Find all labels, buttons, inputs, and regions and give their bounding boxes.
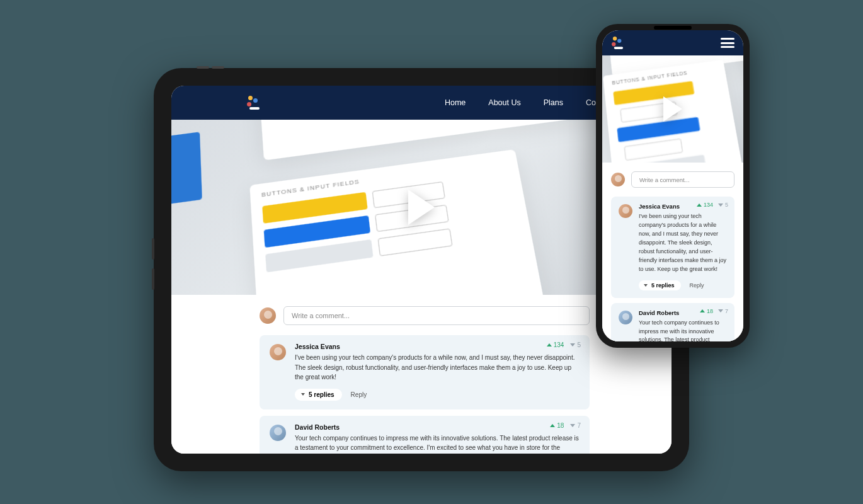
chevron-up-icon <box>550 424 555 427</box>
downvote-button[interactable]: 7 <box>718 308 728 314</box>
chevron-down-icon <box>718 309 723 312</box>
comment-input-placeholder: Write a comment... <box>292 312 350 319</box>
upvote-count: 18 <box>557 422 564 429</box>
hero-title-text: Component Library <box>271 120 598 125</box>
comment-composer: Write a comment... <box>260 306 590 325</box>
logo-icon <box>247 96 261 110</box>
comment-input-placeholder: Write a comment... <box>639 176 690 183</box>
upvote-button[interactable]: 18 <box>550 422 564 429</box>
site-header-mobile <box>602 30 743 55</box>
menu-icon[interactable] <box>721 38 734 48</box>
nav-contact-truncated[interactable]: Co <box>586 98 596 107</box>
upvote-count: 134 <box>554 341 564 348</box>
chevron-up-icon <box>547 343 552 346</box>
comment-author: Jessica Evans <box>295 343 340 350</box>
avatar <box>611 173 625 186</box>
nav-home[interactable]: Home <box>445 98 466 107</box>
comment-text: I've been using your tech company's prod… <box>639 212 727 274</box>
vote-controls: 134 5 <box>697 202 728 208</box>
comment-author: Jessica Evans <box>639 203 680 210</box>
upvote-button[interactable]: 134 <box>547 341 564 348</box>
comment-text: Your tech company continues to impress m… <box>295 433 580 454</box>
comment-card: Jessica Evans 134 5 I've been using your… <box>260 335 590 410</box>
nav-plans[interactable]: Plans <box>544 98 563 107</box>
comment-card: David Roberts 18 7 Your tech company con… <box>260 416 590 454</box>
comment-input[interactable]: Write a comment... <box>631 171 734 188</box>
vote-controls: 18 7 <box>700 308 728 314</box>
downvote-count: 5 <box>577 341 581 348</box>
upvote-button[interactable]: 18 <box>700 308 713 314</box>
primary-nav: Home About Us Plans Co <box>445 98 596 107</box>
vote-controls: 18 7 <box>550 422 581 429</box>
chevron-down-icon <box>644 284 648 287</box>
upvote-count: 134 <box>704 202 713 208</box>
brand-logo[interactable] <box>247 96 261 110</box>
replies-toggle[interactable]: 5 replies <box>295 389 342 401</box>
phone-device-frame: Component Library 04 BUTTONS & INPUT FIE… <box>596 24 750 348</box>
avatar <box>270 344 286 360</box>
tablet-volume-button <box>152 238 154 260</box>
play-icon[interactable] <box>663 96 682 122</box>
avatar <box>619 311 632 324</box>
hero-card-buttons: BUTTONS & INPUT FIELDS <box>249 149 546 295</box>
comment-composer: Write a comment... <box>611 171 734 188</box>
upvote-button[interactable]: 134 <box>697 202 713 208</box>
comment-card: David Roberts 18 7 Your tech company con… <box>611 303 734 341</box>
hero-blue-tile <box>171 132 202 212</box>
hero-card-title: Component Library 04 <box>260 120 616 161</box>
tablet-top-button <box>197 66 209 69</box>
downvote-count: 7 <box>725 308 728 314</box>
avatar <box>260 307 276 324</box>
play-icon[interactable] <box>408 190 435 225</box>
comment-author: David Roberts <box>295 423 340 431</box>
reply-button[interactable]: Reply <box>351 391 367 398</box>
nav-about[interactable]: About Us <box>488 98 520 107</box>
replies-toggle[interactable]: 5 replies <box>639 280 681 290</box>
chevron-down-icon <box>718 203 723 207</box>
chevron-up-icon <box>700 309 705 312</box>
replies-count: 5 replies <box>651 282 675 289</box>
phone-screen: Component Library 04 BUTTONS & INPUT FIE… <box>602 30 743 341</box>
avatar <box>270 425 286 441</box>
downvote-button[interactable]: 7 <box>570 422 581 429</box>
tablet-top-button <box>212 66 224 69</box>
downvote-button[interactable]: 5 <box>570 341 581 348</box>
replies-count: 5 replies <box>309 391 334 398</box>
upvote-count: 18 <box>707 308 713 314</box>
chevron-down-icon <box>570 343 575 346</box>
chevron-down-icon <box>301 393 305 396</box>
downvote-button[interactable]: 5 <box>718 202 728 208</box>
chevron-down-icon <box>570 424 575 427</box>
comment-card: Jessica Evans 134 5 I've been using your… <box>611 197 734 298</box>
downvote-count: 7 <box>577 422 581 429</box>
comment-input[interactable]: Write a comment... <box>283 306 590 325</box>
tablet-volume-button <box>152 268 154 290</box>
reply-button[interactable]: Reply <box>690 282 704 289</box>
comment-text: Your tech company continues to impress m… <box>639 319 727 341</box>
comments-section-mobile: Write a comment... Jessica Evans 134 5 I… <box>602 163 743 341</box>
chevron-up-icon <box>697 203 702 207</box>
logo-icon[interactable] <box>612 37 624 49</box>
avatar <box>619 204 632 218</box>
hero-video-mobile[interactable]: Component Library 04 BUTTONS & INPUT FIE… <box>602 55 743 163</box>
vote-controls: 134 5 <box>547 341 581 348</box>
downvote-count: 5 <box>725 202 728 208</box>
comment-text: I've been using your tech company's prod… <box>295 353 580 382</box>
comment-author: David Roberts <box>639 309 679 316</box>
phone-notch <box>654 26 692 30</box>
